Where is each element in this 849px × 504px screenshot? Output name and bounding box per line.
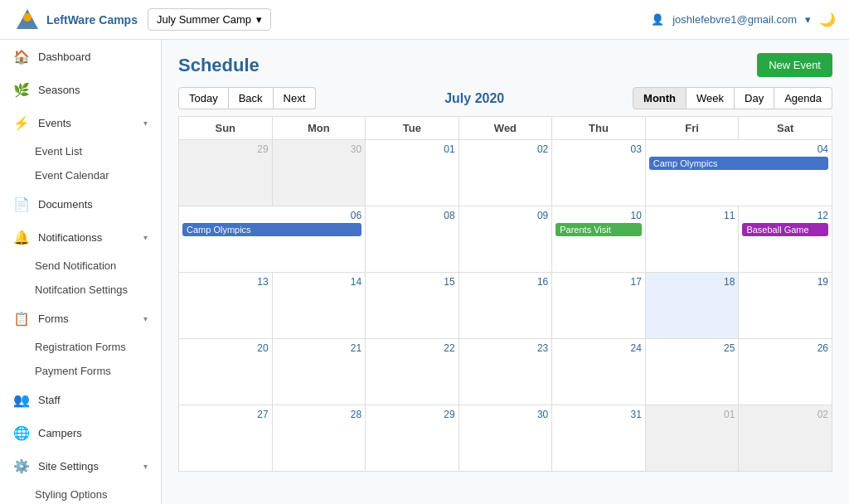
calendar-day[interactable]: 17 [552, 273, 646, 339]
day-number: 15 [369, 276, 455, 288]
schedule-title: Schedule [178, 55, 260, 76]
calendar-day[interactable]: 02 [739, 405, 832, 472]
sidebar-item-campers[interactable]: 🌐 Campers [0, 416, 161, 449]
sidebar-sub-notification-settings[interactable]: Notifcation Settings [0, 278, 161, 302]
calendar-day[interactable]: 24 [552, 339, 646, 405]
today-button[interactable]: Today [178, 87, 229, 109]
calendar-day[interactable]: 08 [366, 206, 459, 273]
calendar-day[interactable]: 01 [366, 140, 459, 206]
event-bar[interactable]: Camp Olympics [182, 223, 361, 236]
sidebar-item-site-settings[interactable]: ⚙️ Site Settings ▾ [0, 449, 161, 482]
sidebar-item-documents[interactable]: 📄 Documents [0, 187, 161, 220]
sidebar-item-seasons[interactable]: 🌿 Seasons [0, 73, 161, 106]
calendar-day[interactable]: 26 [739, 339, 832, 405]
month-label: July 2020 [444, 91, 504, 106]
sidebar-label-forms: Forms [38, 313, 69, 325]
sidebar-label-events: Events [38, 117, 71, 129]
calendar-day[interactable]: 25 [645, 339, 739, 405]
day-number: 18 [649, 276, 735, 288]
view-agenda-button[interactable]: Agenda [774, 87, 832, 109]
site-settings-icon: ⚙️ [13, 458, 30, 474]
calendar-day[interactable]: 19 [739, 273, 832, 339]
sidebar-sub-payment-forms[interactable]: Payment Forms [0, 359, 161, 383]
calendar-day[interactable]: 27 [179, 405, 273, 472]
topbar-right: 👤 joshlefebvre1@gmail.com ▾ 🌙 [651, 12, 836, 27]
day-number: 11 [649, 210, 735, 221]
day-number: 02 [463, 143, 549, 155]
calendar-day[interactable]: 11 [645, 206, 739, 273]
sidebar-sub-styling-options[interactable]: Styling Options [0, 482, 161, 504]
forms-arrow: ▾ [143, 314, 148, 323]
calendar-day[interactable]: 13 [179, 273, 273, 339]
calendar-day[interactable]: 02 [458, 140, 552, 206]
calendar-day[interactable]: 12Baseball Game [739, 206, 832, 273]
calendar-day[interactable]: 01 [645, 405, 739, 472]
sidebar-label-event-list: Event List [35, 145, 82, 158]
sidebar-sub-event-list[interactable]: Event List [0, 139, 161, 163]
back-button[interactable]: Back [229, 87, 274, 109]
camp-select[interactable]: July Summer Camp ▾ [148, 8, 271, 31]
events-icon: ⚡ [13, 114, 30, 131]
calendar-view-switcher: Month Week Day Agenda [633, 87, 832, 109]
sidebar-item-forms[interactable]: 📋 Forms ▾ [0, 302, 161, 335]
day-number: 23 [463, 342, 549, 354]
calendar-day[interactable]: 16 [458, 273, 552, 339]
calendar-day[interactable]: 18 [645, 273, 739, 339]
sidebar-item-staff[interactable]: 👥 Staff [0, 383, 161, 416]
col-sat: Sat [739, 117, 832, 140]
calendar-day[interactable]: 21 [272, 339, 366, 405]
calendar-day[interactable]: 30 [272, 140, 366, 206]
event-bar[interactable]: Parents Visit [555, 223, 642, 236]
forms-icon: 📋 [13, 310, 30, 327]
event-bar[interactable]: Camp Olympics [649, 157, 828, 170]
sidebar-sub-event-calendar[interactable]: Event Calendar [0, 163, 161, 187]
new-event-button[interactable]: New Event [757, 53, 832, 77]
day-number: 21 [276, 342, 362, 354]
view-day-button[interactable]: Day [735, 87, 774, 109]
user-dropdown-arrow: ▾ [805, 13, 811, 26]
calendar-day[interactable]: 29 [179, 140, 273, 206]
sidebar-item-dashboard[interactable]: 🏠 Dashboard [0, 40, 161, 73]
day-number: 12 [742, 210, 828, 221]
dark-mode-icon[interactable]: 🌙 [819, 12, 836, 27]
sidebar-item-events[interactable]: ⚡ Events ▾ [0, 106, 161, 139]
day-number: 14 [276, 276, 362, 288]
calendar-day[interactable]: 29 [366, 405, 459, 472]
col-fri: Fri [645, 117, 739, 140]
sidebar-sub-send-notification[interactable]: Send Notification [0, 254, 161, 278]
calendar-day[interactable]: 20 [179, 339, 273, 405]
day-number: 19 [742, 276, 828, 288]
dashboard-icon: 🏠 [13, 48, 30, 65]
day-number: 30 [463, 409, 549, 420]
calendar-day[interactable]: 04Camp Olympics [645, 140, 832, 206]
calendar-day[interactable]: 22 [366, 339, 459, 405]
view-month-button[interactable]: Month [633, 87, 686, 109]
view-week-button[interactable]: Week [686, 87, 735, 109]
day-number: 17 [555, 276, 642, 288]
notifications-icon: 🔔 [13, 229, 30, 245]
calendar-day[interactable]: 03 [552, 140, 646, 206]
next-button[interactable]: Next [274, 87, 317, 109]
sidebar-sub-registration-forms[interactable]: Registration Forms [0, 335, 161, 359]
schedule-header: Schedule New Event [178, 53, 832, 77]
day-number: 02 [742, 409, 828, 420]
calendar-day[interactable]: 09 [458, 206, 552, 273]
calendar-day[interactable]: 10Parents Visit [552, 206, 646, 273]
user-icon: 👤 [651, 13, 664, 26]
event-bar[interactable]: Baseball Game [742, 223, 828, 236]
day-number: 01 [369, 143, 455, 155]
sidebar-item-notifications[interactable]: 🔔 Notificationss ▾ [0, 220, 161, 254]
topbar: LeftWare Camps July Summer Camp ▾ 👤 josh… [0, 0, 849, 40]
calendar-day[interactable]: 15 [366, 273, 459, 339]
calendar-day[interactable]: 28 [272, 405, 366, 472]
calendar-day[interactable]: 30 [458, 405, 552, 472]
day-number: 01 [649, 409, 735, 420]
user-email[interactable]: joshlefebvre1@gmail.com [672, 13, 797, 26]
day-number: 29 [369, 409, 455, 420]
calendar-day[interactable]: 06Camp Olympics [179, 206, 366, 273]
calendar-day[interactable]: 14 [272, 273, 366, 339]
calendar-day[interactable]: 23 [458, 339, 552, 405]
sidebar-label-documents: Documents [38, 198, 93, 211]
calendar-day[interactable]: 31 [552, 405, 646, 472]
sidebar-label-campers: Campers [38, 427, 82, 439]
